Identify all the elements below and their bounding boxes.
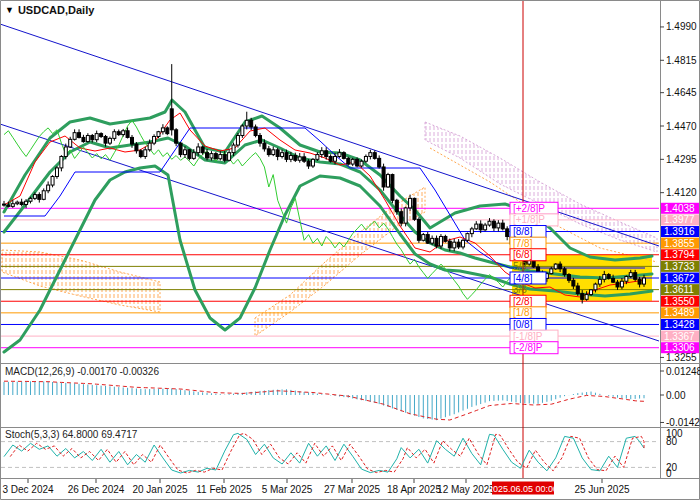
price-tick-label: 1.3255 bbox=[666, 352, 697, 363]
symbol-period-label: USDCAD,Daily bbox=[18, 4, 94, 16]
macd-indicator-label: MACD(12,26,9) -0.00170 -0.00326 bbox=[5, 366, 159, 377]
svg-text:[4/8]: [4/8] bbox=[513, 273, 533, 284]
price-tick-label: 1.4470 bbox=[666, 121, 697, 132]
macd-tick-label: 0.00 bbox=[666, 390, 686, 401]
stoch-tick-label: 80 bbox=[666, 436, 678, 447]
price-level-badge-text: 1.3550 bbox=[664, 296, 695, 307]
price-level-badge-text: 1.3672 bbox=[664, 273, 695, 284]
price-tick-label: 1.4120 bbox=[666, 187, 697, 198]
price-tick-label: 1.4990 bbox=[666, 21, 697, 32]
price-level-badge-text: 1.3611 bbox=[664, 284, 694, 295]
date-tick-label: 3 Dec 2024 bbox=[2, 484, 54, 495]
date-tick-label: 26 Dec 2024 bbox=[68, 484, 125, 495]
chart-canvas[interactable]: [+2/8]P[+1/8]P[8/8][7/8][6/8]5/8[4/8]3/8… bbox=[0, 0, 700, 500]
current-date-badge-text: 2025.06.05 00:00 bbox=[488, 484, 558, 494]
svg-text:[1/8]: [1/8] bbox=[513, 307, 533, 318]
svg-text:[+1/8]P: [+1/8]P bbox=[513, 214, 545, 225]
macd-tick-label: -0.01429 bbox=[666, 417, 700, 428]
chart-title-bar[interactable]: ▼ USDCAD,Daily bbox=[5, 4, 94, 16]
price-level-badge-text: 1.4038 bbox=[664, 203, 695, 214]
price-tick-label: 1.4295 bbox=[666, 154, 697, 165]
price-level-badge-text: 1.3794 bbox=[664, 249, 695, 260]
date-tick-label: 5 Mar 2025 bbox=[262, 484, 313, 495]
price-level-badge-text: 1.3306 bbox=[664, 342, 695, 353]
price-level-badge-text: 1.3855 bbox=[664, 238, 695, 249]
svg-text:[+2/8]P: [+2/8]P bbox=[513, 203, 545, 214]
svg-text:[6/8]: [6/8] bbox=[513, 249, 533, 260]
price-level-badge-text: 1.3367 bbox=[664, 331, 695, 342]
svg-text:[7/8]: [7/8] bbox=[513, 238, 533, 249]
date-tick-label: 18 Apr 2025 bbox=[387, 484, 441, 495]
svg-text:5/8: 5/8 bbox=[513, 261, 527, 272]
date-tick-label: 27 Mar 2025 bbox=[324, 484, 381, 495]
price-level-badge-text: 1.3977 bbox=[664, 214, 695, 225]
stoch-tick-label: 0 bbox=[666, 468, 672, 479]
date-tick-label: 20 Jan 2025 bbox=[132, 484, 187, 495]
stoch-indicator-label: Stoch(5,3,3) 64.8000 69.4717 bbox=[5, 429, 137, 440]
svg-text:[-1/8]P: [-1/8]P bbox=[513, 331, 543, 342]
svg-text:[8/8]: [8/8] bbox=[513, 226, 533, 237]
svg-text:[-2/8]P: [-2/8]P bbox=[513, 342, 543, 353]
svg-text:[0/8]: [0/8] bbox=[513, 319, 533, 330]
price-level-badge-text: 1.3733 bbox=[664, 261, 695, 272]
price-tick-label: 1.4815 bbox=[666, 55, 697, 66]
price-level-badge-text: 1.3428 bbox=[664, 319, 695, 330]
price-level-badge-text: 1.3489 bbox=[664, 307, 695, 318]
price-level-badge-text: 1.3916 bbox=[664, 226, 695, 237]
trading-terminal-window: [+2/8]P[+1/8]P[8/8][7/8][6/8]5/8[4/8]3/8… bbox=[0, 0, 700, 500]
svg-text:3/8: 3/8 bbox=[513, 284, 527, 295]
date-tick-label: 25 Jun 2025 bbox=[574, 484, 629, 495]
macd-tick-label: 0.01248 bbox=[666, 366, 700, 377]
date-tick-label: 12 May 2025 bbox=[437, 484, 495, 495]
svg-text:[2/8]: [2/8] bbox=[513, 296, 533, 307]
price-tick-label: 1.4645 bbox=[666, 87, 697, 98]
symbol-dropdown-icon[interactable]: ▼ bbox=[5, 5, 14, 15]
date-tick-label: 11 Feb 2025 bbox=[196, 484, 252, 495]
